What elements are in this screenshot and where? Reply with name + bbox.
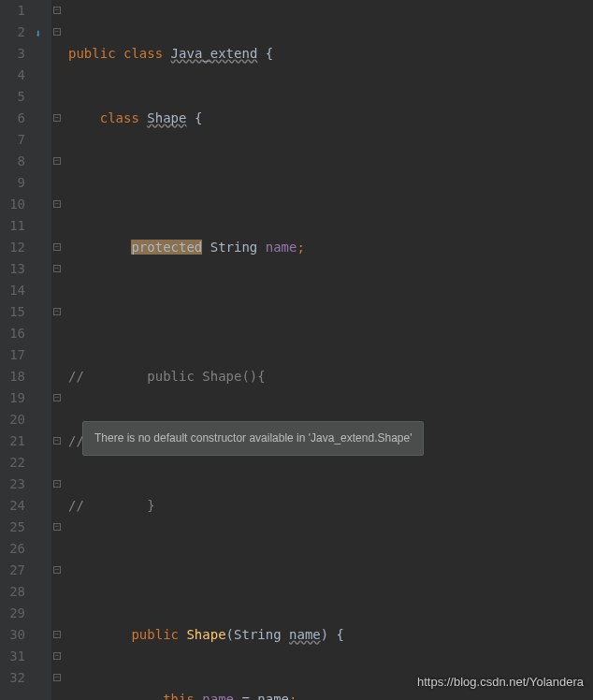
fold-column: − − − − − − − − − − − − − − − − bbox=[51, 0, 63, 700]
fold-toggle[interactable]: − bbox=[53, 157, 61, 165]
line-number: 25 bbox=[0, 517, 25, 538]
line-number: 5 bbox=[0, 86, 25, 108]
line-number-gutter: 1 2 3 4 5 6 7 8 9 10 11 12 13 14 15 16 1… bbox=[0, 0, 33, 700]
fold-toggle[interactable]: − bbox=[53, 28, 61, 36]
fold-toggle[interactable]: − bbox=[53, 631, 61, 638]
line-number: 31 bbox=[0, 646, 25, 667]
fold-toggle[interactable]: − bbox=[53, 7, 61, 14]
fold-toggle[interactable]: − bbox=[53, 566, 61, 574]
line-number: 6 bbox=[0, 108, 25, 129]
line-number: 9 bbox=[0, 172, 25, 194]
line-number: 19 bbox=[0, 387, 25, 409]
line-number: 4 bbox=[0, 65, 25, 86]
line-number: 26 bbox=[0, 538, 25, 560]
line-number: 30 bbox=[0, 624, 25, 646]
fold-toggle[interactable]: − bbox=[53, 243, 61, 251]
line-number: 1 bbox=[0, 0, 25, 22]
line-number: 2 bbox=[0, 22, 25, 43]
fold-toggle[interactable]: − bbox=[53, 480, 61, 488]
code-line: // } bbox=[68, 495, 470, 517]
line-number: 21 bbox=[0, 430, 25, 452]
line-number: 17 bbox=[0, 344, 25, 366]
code-line bbox=[68, 172, 470, 194]
code-line: class Shape { bbox=[68, 108, 470, 129]
fold-toggle[interactable]: − bbox=[53, 200, 61, 208]
gutter-icons-column: ⬇ bbox=[33, 0, 51, 700]
fold-toggle[interactable]: − bbox=[53, 523, 61, 531]
line-number: 8 bbox=[0, 151, 25, 172]
error-tooltip: There is no default constructor availabl… bbox=[82, 421, 424, 456]
fold-toggle[interactable]: − bbox=[53, 114, 61, 122]
fold-toggle[interactable]: − bbox=[53, 652, 61, 660]
line-number: 20 bbox=[0, 409, 25, 430]
line-number: 32 bbox=[0, 667, 25, 689]
fold-toggle[interactable]: − bbox=[53, 437, 61, 445]
line-number: 23 bbox=[0, 474, 25, 495]
line-number: 15 bbox=[0, 301, 25, 323]
line-number: 7 bbox=[0, 129, 25, 151]
code-line: this.name = name; bbox=[68, 689, 470, 700]
line-number: 29 bbox=[0, 603, 25, 624]
fold-toggle[interactable]: − bbox=[53, 265, 61, 272]
line-number: 3 bbox=[0, 43, 25, 65]
fold-toggle[interactable]: − bbox=[53, 308, 61, 315]
code-line: public class Java_extend { bbox=[68, 43, 470, 65]
line-number: 16 bbox=[0, 323, 25, 344]
line-number: 14 bbox=[0, 280, 25, 301]
code-line: protected String name; bbox=[68, 237, 470, 258]
watermark-text: https://blog.csdn.net/Yolandera bbox=[417, 671, 584, 693]
fold-toggle[interactable]: − bbox=[53, 394, 61, 401]
line-number: 11 bbox=[0, 215, 25, 237]
line-number: 28 bbox=[0, 581, 25, 603]
line-number: 18 bbox=[0, 366, 25, 387]
line-number: 27 bbox=[0, 560, 25, 581]
code-line bbox=[68, 560, 470, 581]
code-area[interactable]: public class Java_extend { class Shape {… bbox=[63, 0, 470, 700]
code-line bbox=[68, 301, 470, 323]
fold-toggle[interactable]: − bbox=[53, 674, 61, 681]
line-number: 24 bbox=[0, 495, 25, 517]
code-line: public Shape(String name) { bbox=[68, 624, 470, 646]
line-number: 12 bbox=[0, 237, 25, 258]
code-editor[interactable]: 1 2 3 4 5 6 7 8 9 10 11 12 13 14 15 16 1… bbox=[0, 0, 593, 700]
code-line: // public Shape(){ bbox=[68, 366, 470, 387]
override-icon[interactable]: ⬇ bbox=[35, 23, 41, 45]
line-number: 13 bbox=[0, 258, 25, 280]
line-number: 10 bbox=[0, 194, 25, 215]
line-number: 22 bbox=[0, 452, 25, 474]
